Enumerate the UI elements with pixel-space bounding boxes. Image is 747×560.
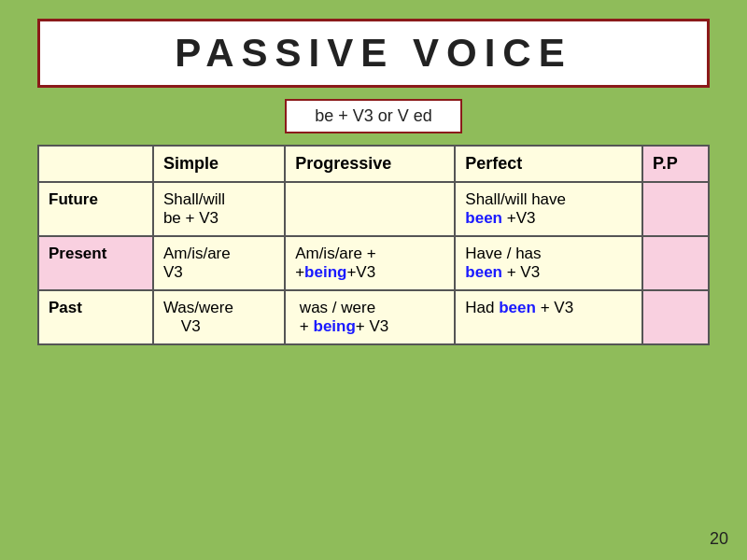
- title-box: PASSIVE VOICE: [37, 19, 710, 88]
- page-container: PASSIVE VOICE be + V3 or V ed Simple Pro…: [0, 0, 747, 560]
- present-perfect: Have / has been + V3: [455, 236, 642, 290]
- page-number: 20: [710, 529, 728, 549]
- table-row-past: Past Was/were V3 was / were + being+ V3 …: [38, 290, 709, 344]
- header-simple: Simple: [153, 146, 285, 182]
- past-pp: [642, 290, 709, 344]
- table-row-present: Present Am/is/are V3 Am/is/are ++being+V…: [38, 236, 709, 290]
- present-simple: Am/is/are V3: [153, 236, 285, 290]
- past-perfect-been: been: [499, 299, 536, 316]
- formula-box: be + V3 or V ed: [285, 99, 462, 133]
- table-header-row: Simple Progressive Perfect P.P: [38, 146, 709, 182]
- future-label: Future: [38, 182, 153, 236]
- past-simple: Was/were V3: [153, 290, 285, 344]
- formula-text: be + V3 or V ed: [315, 106, 432, 125]
- past-prog-being: being: [314, 317, 356, 335]
- future-simple: Shall/will be + V3: [153, 182, 285, 236]
- header-progressive: Progressive: [285, 146, 455, 182]
- table-row-future: Future Shall/will be + V3 Shall/will hav…: [38, 182, 709, 236]
- header-empty: [38, 146, 153, 182]
- past-label: Past: [38, 290, 153, 344]
- passive-voice-table: Simple Progressive Perfect P.P Future Sh…: [37, 145, 710, 345]
- present-perfect-been: been: [465, 263, 502, 281]
- future-pp: [642, 182, 709, 236]
- present-pp: [642, 236, 709, 290]
- present-label: Present: [38, 236, 153, 290]
- future-perfect: Shall/will have been +V3: [455, 182, 642, 236]
- present-progressive: Am/is/are ++being+V3: [285, 236, 455, 290]
- header-perfect: Perfect: [455, 146, 642, 182]
- future-perfect-been: been: [465, 209, 502, 227]
- future-progressive: [285, 182, 455, 236]
- present-prog-being: being: [304, 263, 346, 281]
- past-perfect: Had been + V3: [455, 290, 642, 344]
- past-progressive: was / were + being+ V3: [285, 290, 455, 344]
- page-title: PASSIVE VOICE: [175, 31, 571, 75]
- header-pp: P.P: [642, 146, 709, 182]
